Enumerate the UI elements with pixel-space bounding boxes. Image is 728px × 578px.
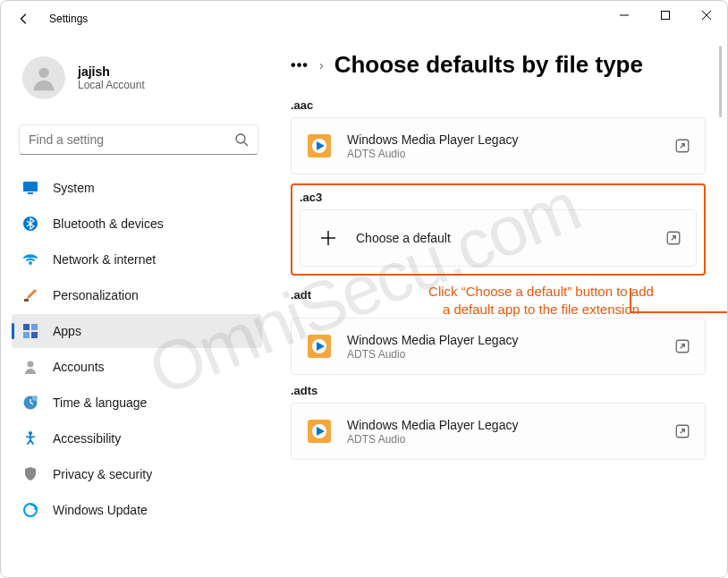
search-icon [234, 132, 249, 147]
wmp-icon [306, 333, 333, 360]
ext-label-ac3: .ac3 [300, 191, 697, 204]
breadcrumb: ••• › Choose defaults by file type [291, 51, 706, 79]
person-icon [22, 359, 38, 375]
app-subtitle: ADTS Audio [347, 348, 674, 361]
svg-point-19 [24, 504, 37, 516]
nav-label: Time & language [53, 395, 147, 410]
avatar [22, 56, 65, 99]
main-layout: jajish Local Account System Bluetooth & … [1, 37, 727, 577]
svg-line-6 [244, 142, 248, 146]
highlight-annotation-box: .ac3 Choose a default [291, 183, 706, 276]
open-external-icon [674, 423, 690, 439]
nav-label: Accounts [53, 360, 105, 374]
svg-point-5 [236, 134, 245, 143]
nav-label: Network & internet [53, 252, 156, 267]
app-subtitle: ADTS Audio [347, 433, 674, 446]
nav-item-accounts[interactable]: Accounts [12, 350, 262, 384]
nav-item-bluetooth[interactable]: Bluetooth & devices [12, 207, 262, 241]
svg-point-4 [38, 68, 48, 78]
page-title: Choose defaults by file type [334, 51, 643, 79]
svg-rect-11 [23, 324, 30, 330]
scrollbar[interactable] [719, 46, 722, 117]
default-card-aac[interactable]: Windows Media Player Legacy ADTS Audio [291, 117, 706, 174]
nav-item-accessibility[interactable]: Accessibility [12, 421, 262, 455]
nav-item-apps[interactable]: Apps [12, 314, 262, 348]
clock-icon [22, 395, 38, 411]
sidebar: jajish Local Account System Bluetooth & … [1, 37, 269, 577]
ext-label-adt: .adt [291, 288, 368, 302]
default-card-adts[interactable]: Windows Media Player Legacy ADTS Audio [291, 403, 706, 460]
nav-label: Bluetooth & devices [53, 217, 164, 231]
open-external-icon [674, 138, 690, 154]
nav-item-update[interactable]: Windows Update [12, 493, 262, 527]
nav-label: Accessibility [53, 431, 121, 446]
nav-item-system[interactable]: System [12, 171, 262, 205]
apps-icon [22, 323, 38, 339]
wifi-icon [22, 251, 38, 268]
breadcrumb-overflow[interactable]: ••• [291, 57, 309, 73]
nav-item-time[interactable]: Time & language [12, 386, 262, 420]
open-external-icon [665, 230, 681, 246]
nav-item-privacy[interactable]: Privacy & security [12, 457, 262, 491]
nav-label: Apps [53, 324, 81, 338]
user-name: jajish [78, 64, 145, 79]
chevron-right-icon: › [319, 58, 324, 72]
ext-label-adts: .adts [291, 384, 706, 397]
window-title: Settings [49, 13, 88, 25]
window-controls [604, 1, 727, 30]
bluetooth-icon [22, 216, 38, 232]
plus-icon [315, 225, 342, 251]
nav-label: Windows Update [53, 503, 148, 517]
brush-icon [22, 287, 38, 303]
back-button[interactable] [13, 8, 35, 30]
nav-label: Privacy & security [53, 467, 152, 481]
accessibility-icon [22, 430, 38, 446]
open-external-icon [674, 338, 690, 354]
svg-rect-7 [23, 182, 38, 191]
ext-label-aac: .aac [291, 98, 706, 112]
nav-label: System [53, 181, 95, 195]
app-subtitle: ADTS Audio [347, 148, 674, 160]
svg-rect-8 [28, 192, 33, 194]
default-card-adt[interactable]: Windows Media Player Legacy ADTS Audio [291, 318, 706, 375]
app-name: Windows Media Player Legacy [347, 333, 674, 347]
shield-icon [22, 466, 38, 482]
search-input[interactable] [29, 132, 234, 147]
content-area: ••• › Choose defaults by file type .aac … [269, 37, 727, 577]
wmp-icon [306, 418, 333, 445]
titlebar: Settings [1, 1, 727, 37]
wmp-icon [306, 132, 333, 159]
svg-point-17 [32, 395, 38, 401]
monitor-icon [22, 180, 38, 196]
user-subtitle: Local Account [78, 79, 145, 91]
nav-item-personalization[interactable]: Personalization [12, 278, 262, 312]
app-name: Windows Media Player Legacy [347, 418, 674, 432]
default-card-ac3[interactable]: Choose a default [300, 209, 697, 267]
app-name: Windows Media Player Legacy [347, 132, 674, 147]
svg-point-15 [28, 361, 34, 368]
svg-rect-10 [24, 299, 29, 302]
search-box[interactable] [19, 124, 258, 155]
svg-rect-14 [31, 332, 38, 338]
app-name: Choose a default [356, 231, 665, 245]
user-block[interactable]: jajish Local Account [19, 47, 262, 108]
close-button[interactable] [686, 1, 727, 30]
nav-list: System Bluetooth & devices Network & int… [12, 171, 262, 527]
svg-rect-1 [662, 12, 670, 20]
nav-label: Personalization [53, 288, 139, 302]
nav-item-network[interactable]: Network & internet [12, 242, 262, 276]
svg-rect-13 [23, 332, 30, 338]
minimize-button[interactable] [604, 1, 645, 30]
update-icon [22, 502, 38, 518]
annotation-text: Click “Choose a default” button to add a… [377, 283, 706, 318]
maximize-button[interactable] [645, 1, 686, 30]
svg-rect-12 [31, 324, 38, 330]
